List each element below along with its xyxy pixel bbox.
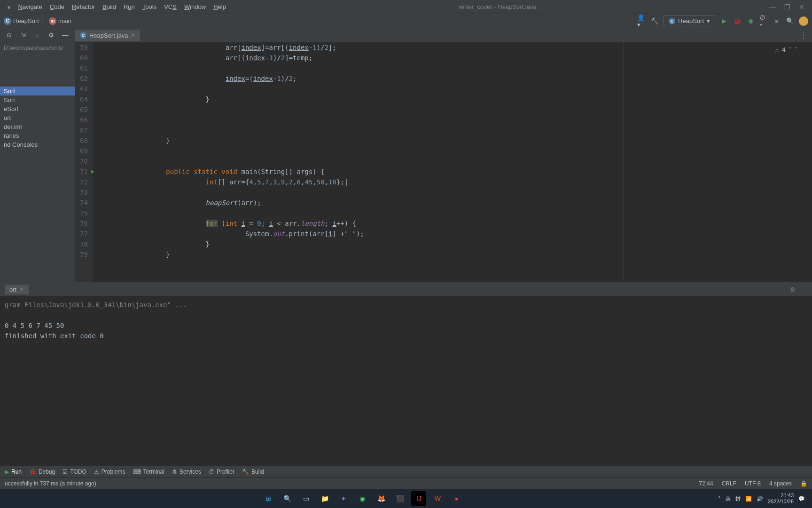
taskbar-intellij[interactable]: IJ [411, 491, 426, 506]
method-icon: m [49, 17, 56, 25]
build-hammer-icon[interactable]: 🔨 [650, 17, 659, 25]
project-path: D:\workspace\java\write [0, 42, 75, 54]
run-header: ort ✕ ⚙ — [0, 283, 812, 296]
chevron-down-icon[interactable]: ˅ [795, 46, 798, 54]
close-tab-icon[interactable]: ✕ [19, 286, 24, 293]
run-session-tab[interactable]: ort ✕ [5, 285, 29, 294]
tray-ime[interactable]: 英 [726, 495, 731, 502]
menu-window[interactable]: Window [180, 1, 210, 12]
breadcrumb-method-label: main [58, 17, 71, 24]
tree-item[interactable]: raries [0, 131, 75, 140]
tray-clock[interactable]: 21:43 2022/10/26 [768, 492, 794, 505]
breadcrumb-method[interactable]: m main [49, 17, 71, 25]
run-output[interactable]: gram Files\Java\jdk1.8.0_341\bin\java.ex… [0, 296, 812, 466]
bottom-tool-tabs: ▶Run 🐞Debug ☑TODO ⚠Problems ⌨Terminal ⚙S… [0, 466, 812, 477]
tree-item[interactable]: ort [0, 113, 75, 122]
menu-view-partial[interactable]: v [4, 1, 15, 12]
tray-ime2[interactable]: 拼 [735, 495, 741, 502]
taskbar-app[interactable]: W [430, 491, 445, 506]
terminal-icon: ⌨ [133, 468, 141, 475]
taskbar-start[interactable]: ⊞ [261, 491, 276, 506]
tool-tab-todo[interactable]: ☑TODO [62, 468, 86, 475]
inspection-badge[interactable]: ⚠ 4 ˄ ˅ [775, 46, 798, 54]
taskbar-app[interactable]: ● [449, 491, 464, 506]
minimize-button[interactable]: — [769, 3, 776, 11]
search-icon[interactable]: 🔍 [786, 17, 794, 25]
menu-code[interactable]: Code [46, 1, 68, 12]
output-command: gram Files\Java\jdk1.8.0_341\bin\java.ex… [5, 300, 807, 310]
editor-panel: C HeapSort.java ✕ ⋮ 59606162636465666768… [75, 28, 812, 282]
minimize-panel-icon[interactable]: — [801, 286, 807, 293]
tree-item[interactable]: Sort [0, 87, 75, 95]
add-user-icon[interactable]: 👤▾ [637, 17, 646, 25]
window-controls: — ❐ ✕ [765, 3, 808, 11]
hide-sidebar-icon[interactable]: — [61, 31, 70, 40]
taskbar-search[interactable]: 🔍 [280, 491, 295, 506]
menu-tools[interactable]: Tools [139, 1, 160, 12]
taskbar-app[interactable]: ⬛ [392, 491, 407, 506]
tool-tab-problems[interactable]: ⚠Problems [94, 468, 125, 475]
taskbar-explorer[interactable]: 📁 [317, 491, 332, 506]
settings-icon[interactable]: ⚙ [47, 31, 55, 40]
menu-help[interactable]: Help [210, 1, 230, 12]
tree-item[interactable]: der.iml [0, 122, 75, 131]
avatar[interactable] [799, 16, 808, 26]
menu-vcs[interactable]: VCS [160, 1, 180, 12]
output-exit: finished with exit code 0 [5, 331, 807, 341]
tree-item[interactable]: Sort [0, 95, 75, 104]
class-icon: C [80, 32, 86, 39]
close-window-button[interactable]: ✕ [799, 3, 804, 11]
more-icon[interactable]: ⋮ [800, 31, 807, 40]
code-editor[interactable]: 59606162636465666768697071▶7273747576777… [75, 42, 812, 282]
breadcrumb-class[interactable]: C HeapSort [4, 17, 39, 25]
breadcrumb-separator: 〉 [41, 17, 47, 25]
chevron-up-icon[interactable]: ˄ [789, 46, 792, 54]
tool-tab-profiler[interactable]: ⏱Profiler [209, 468, 234, 475]
main-area: ⊙ ⇲ ≡ ⚙ — D:\workspace\java\write Sort S… [0, 28, 812, 282]
profiler-button[interactable]: ⏱▾ [759, 17, 768, 25]
stop-button[interactable]: ■ [773, 17, 781, 25]
lock-icon[interactable]: 🔒 [800, 480, 807, 487]
tray-wifi-icon[interactable]: 📶 [745, 496, 752, 502]
tool-tab-services[interactable]: ⚙Services [172, 468, 201, 475]
tool-tab-run[interactable]: ▶Run [5, 468, 22, 475]
editor-gutter: 59606162636465666768697071▶7273747576777… [75, 42, 93, 282]
taskbar-app[interactable]: ✦ [336, 491, 351, 506]
titlebar: v Navigate Code Refactor Build Run Tools… [0, 0, 812, 14]
maximize-button[interactable]: ❐ [784, 3, 790, 11]
tool-tab-build[interactable]: 🔨Build [242, 468, 264, 475]
menu-refactor[interactable]: Refactor [68, 1, 99, 12]
class-icon: C [4, 17, 11, 25]
menu-run[interactable]: Run [120, 1, 139, 12]
warning-icon: ⚠ [775, 46, 779, 54]
tray-chevron-icon[interactable]: ˄ [718, 496, 721, 502]
menu-navigate[interactable]: Navigate [15, 1, 46, 12]
run-button[interactable]: ▶ [720, 17, 728, 25]
tray-notifications-icon[interactable]: 💬 [798, 496, 805, 502]
close-tab-icon[interactable]: ✕ [131, 32, 135, 39]
taskbar-taskview[interactable]: ▭ [298, 491, 313, 506]
collapse-icon[interactable]: ≡ [33, 31, 41, 40]
taskbar-firefox[interactable]: 🦊 [374, 491, 389, 506]
editor-tab[interactable]: C HeapSort.java ✕ [75, 30, 140, 41]
run-config-selector[interactable]: C HeapSort ▾ [664, 16, 715, 26]
tool-tab-terminal[interactable]: ⌨Terminal [133, 468, 164, 475]
indent-config[interactable]: 4 spaces [769, 480, 792, 487]
taskbar-app[interactable]: ◉ [355, 491, 370, 506]
toolbar-tools: 👤▾ 🔨 C HeapSort ▾ ▶ 🐞 ◉ ⏱▾ ■ 🔍 [637, 16, 808, 26]
tray-volume-icon[interactable]: 🔊 [757, 496, 763, 502]
debug-button[interactable]: 🐞 [733, 17, 742, 25]
file-encoding[interactable]: UTF-8 [745, 480, 761, 487]
menu-build[interactable]: Build [99, 1, 120, 12]
line-separator[interactable]: CRLF [722, 480, 736, 487]
gear-icon[interactable]: ⚙ [790, 286, 796, 293]
window-title: writer_coder - HeapSort.java [230, 3, 765, 10]
expand-icon[interactable]: ⇲ [19, 31, 27, 40]
target-icon[interactable]: ⊙ [5, 31, 13, 40]
caret-position[interactable]: 72:44 [699, 480, 713, 487]
run-tab-label: ort [9, 286, 16, 293]
coverage-button[interactable]: ◉ [746, 17, 755, 25]
tree-item[interactable]: eSort [0, 104, 75, 113]
tool-tab-debug[interactable]: 🐞Debug [29, 468, 55, 475]
tree-item[interactable]: nd Consoles [0, 140, 75, 149]
